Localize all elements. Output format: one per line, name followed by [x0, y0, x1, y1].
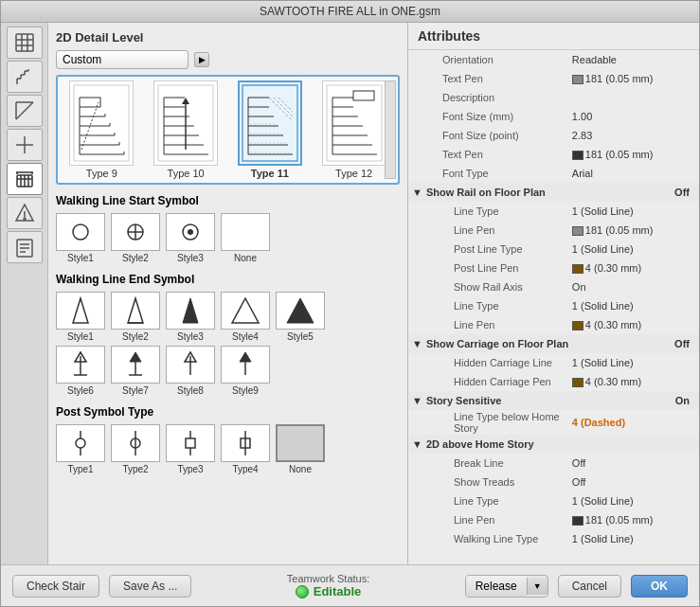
section-rail-toggle: ▼ Show Rail on Floor Plan [412, 187, 546, 198]
sidebar-icon-4[interactable] [7, 129, 43, 161]
post-none[interactable]: None [276, 424, 325, 474]
attr-name-text-pen-2: Text Pen [408, 145, 568, 164]
swatch-line-pen-3 [572, 516, 583, 526]
walking-end-style4-box[interactable] [221, 292, 270, 330]
type-item-9[interactable]: Type 9 [62, 80, 142, 179]
type-label-10: Type 10 [168, 168, 205, 179]
walking-end-style3-box[interactable] [166, 292, 215, 330]
attr-row-walking-line-type: Walking Line Type 1 (Solid Line) [408, 529, 699, 548]
walking-start-style2[interactable]: Style2 [111, 213, 160, 263]
content-area: 2D Detail Level Custom ▶ [1, 23, 699, 564]
swatch-line-pen-2 [572, 321, 583, 330]
type-thumbnail-11[interactable] [238, 80, 302, 166]
walking-start-style3[interactable]: Style3 [166, 213, 215, 263]
section-story[interactable]: ▼ Story Sensitive On [408, 391, 699, 410]
release-label[interactable]: Release [466, 576, 527, 597]
attr-value-post-line-type: 1 (Solid Line) [568, 240, 699, 259]
post-type4-box[interactable] [221, 424, 270, 462]
walking-start-style3-box[interactable] [166, 213, 215, 251]
svg-rect-32 [74, 85, 129, 161]
post-type4[interactable]: Type4 [221, 424, 270, 474]
walking-end-style9-box[interactable] [221, 346, 270, 384]
svg-rect-112 [186, 438, 195, 448]
post-type3-box[interactable] [166, 424, 215, 462]
walking-end-style3[interactable]: Style3 [166, 292, 215, 342]
bottom-bar: Check Stair Save As ... Teamwork Status:… [1, 564, 699, 606]
attr-name-hidden-carriage-pen: Hidden Carriage Pen [408, 372, 568, 391]
attr-name-line-pen-1: Line Pen [408, 221, 568, 240]
walking-end-style4[interactable]: Style4 [221, 292, 270, 342]
walking-start-style2-box[interactable] [111, 213, 160, 251]
post-none-box[interactable] [276, 424, 325, 462]
attr-name-line-type-below: Line Type below Home Story [408, 410, 568, 435]
walking-end-style9[interactable]: Style9 [221, 346, 270, 396]
sidebar-icon-7[interactable] [7, 231, 43, 263]
walking-end-style5-box[interactable] [276, 292, 325, 330]
attr-value-hidden-carriage-pen: 4 (0.30 mm) [568, 372, 699, 391]
sidebar-icon-3[interactable] [7, 95, 43, 127]
post-type2[interactable]: Type2 [111, 424, 160, 474]
type-thumbnail-10[interactable] [153, 80, 218, 166]
svg-point-85 [73, 224, 88, 240]
type-thumbnail-9[interactable] [69, 80, 134, 166]
cancel-button[interactable]: Cancel [558, 575, 621, 598]
detail-level-dropdown[interactable]: Custom [56, 50, 188, 69]
post-type1-box[interactable] [56, 424, 105, 462]
walking-end-style5[interactable]: Style5 [276, 292, 325, 342]
attr-row-line-pen-3: Line Pen 181 (0.05 mm) [408, 510, 699, 529]
walking-end-style6-box[interactable] [56, 346, 105, 384]
attr-value-line-pen-3: 181 (0.05 mm) [568, 510, 699, 529]
check-stair-button[interactable]: Check Stair [12, 575, 99, 598]
walking-end-style7[interactable]: Style7 [111, 346, 160, 396]
save-as-button[interactable]: Save As ... [109, 575, 191, 598]
attr-row-line-type-2: Line Type 1 (Solid Line) [408, 296, 699, 315]
attr-value-hidden-carriage-line: 1 (Solid Line) [568, 353, 699, 372]
walking-end-style6[interactable]: Style6 [56, 346, 105, 396]
svg-marker-92 [128, 298, 143, 323]
svg-point-27 [24, 218, 26, 220]
walking-end-style1-box[interactable] [56, 292, 105, 330]
walking-end-style2-box[interactable] [111, 292, 160, 330]
walking-end-style1[interactable]: Style1 [56, 292, 105, 342]
type-item-10[interactable]: Type 10 [146, 80, 226, 179]
section-2d-above[interactable]: ▼ 2D above Home Story [408, 435, 699, 454]
detail-level-arrow[interactable]: ▶ [194, 52, 209, 67]
type-scroll[interactable] [385, 80, 396, 179]
sidebar-icon-6[interactable] [7, 197, 43, 229]
attr-row-orientation: Orientation Readable [408, 50, 699, 69]
section-carriage-cell: ▼ Show Carriage on Floor Plan Off [408, 334, 699, 353]
type-item-12[interactable]: Type 12 [314, 80, 394, 179]
type-item-11[interactable]: Type 11 [230, 80, 311, 179]
attr-value-description [568, 88, 699, 107]
attr-value-line-type-3: 1 (Solid Line) [568, 491, 699, 510]
walking-end-style8-box[interactable] [166, 346, 215, 384]
sidebar-icon-5[interactable] [7, 163, 43, 195]
post-type2-box[interactable] [111, 424, 160, 462]
teamwork-status: Teamwork Status: Editable [287, 573, 369, 598]
release-button[interactable]: Release ▼ [465, 575, 548, 598]
attr-row-line-pen-2: Line Pen 4 (0.30 mm) [408, 315, 699, 334]
walking-start-style1[interactable]: Style1 [56, 213, 105, 263]
release-arrow[interactable]: ▼ [527, 578, 547, 595]
attr-value-walking-line-type: 1 (Solid Line) [568, 529, 699, 548]
attr-name-orientation: Orientation [408, 50, 568, 69]
sidebar-icon-1[interactable] [7, 27, 43, 59]
attr-name-walking-line-type: Walking Line Type [408, 529, 568, 548]
walking-start-none-box[interactable] [221, 213, 270, 251]
walking-start-row: Style1 Style2 [56, 213, 400, 263]
section-rail[interactable]: ▼ Show Rail on Floor Plan Off [408, 183, 699, 202]
attr-name-line-pen-2: Line Pen [408, 315, 568, 334]
ok-button[interactable]: OK [631, 575, 688, 598]
walking-end-style8[interactable]: Style8 [166, 346, 215, 396]
walking-start-none[interactable]: None [221, 213, 270, 263]
walking-end-style2[interactable]: Style2 [111, 292, 160, 342]
walking-start-style1-box[interactable] [56, 213, 105, 251]
walking-end-title: Walking Line End Symbol [56, 273, 400, 286]
walking-end-style7-box[interactable] [111, 346, 160, 384]
sidebar-icon-2[interactable] [7, 61, 43, 93]
type-thumbnail-12[interactable] [322, 80, 386, 166]
attr-name-line-type-2: Line Type [408, 296, 568, 315]
post-type1[interactable]: Type1 [56, 424, 105, 474]
section-carriage[interactable]: ▼ Show Carriage on Floor Plan Off [408, 334, 699, 353]
post-type3[interactable]: Type3 [166, 424, 215, 474]
